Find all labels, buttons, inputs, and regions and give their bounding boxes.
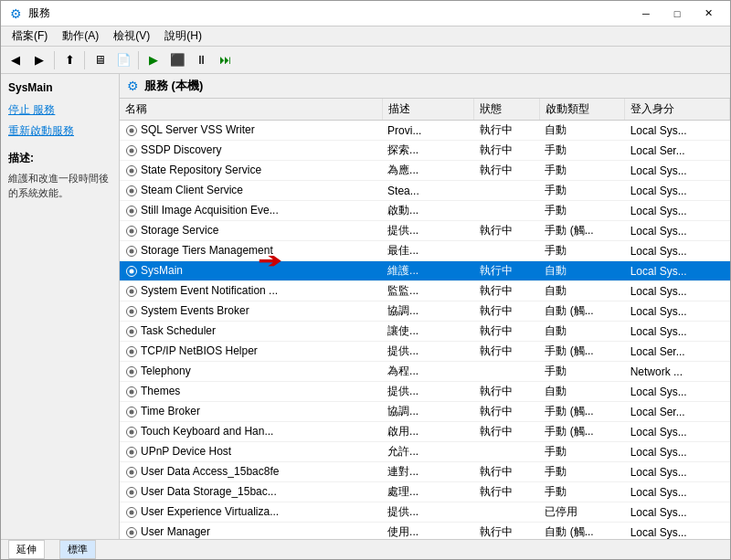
service-gear-icon	[125, 325, 138, 338]
standard-tab[interactable]: 標準	[59, 540, 96, 559]
menu-file[interactable]: 檔案(F)	[5, 26, 55, 46]
service-desc: Provi...	[382, 121, 473, 141]
table-row[interactable]: State Repository Service 為應... 執行中 手動 Lo…	[120, 161, 730, 181]
start-button[interactable]: ▶	[143, 49, 164, 71]
table-row[interactable]: Themes 提供... 執行中 自動 Local Sys...	[120, 382, 730, 402]
service-login: Local Ser...	[625, 402, 730, 422]
table-row[interactable]: System Events Broker 協調... 執行中 自動 (觸... …	[120, 301, 730, 322]
extended-tab[interactable]: 延伸	[8, 540, 45, 559]
maximize-button[interactable]: □	[662, 4, 692, 24]
table-row[interactable]: Still Image Acquisition Eve... 啟動... 手動 …	[120, 201, 730, 221]
forward-button[interactable]: ▶	[28, 49, 50, 71]
svg-point-5	[130, 168, 134, 173]
export-button[interactable]: 📄	[112, 49, 134, 71]
service-startup: 已停用	[539, 502, 624, 523]
svg-point-19	[130, 309, 134, 313]
table-row[interactable]: Task Scheduler 讓使... 執行中 自動 Local Sys...	[120, 322, 730, 342]
col-status-header[interactable]: 狀態	[474, 99, 540, 121]
service-name: SQL Server VSS Writer	[120, 121, 382, 141]
svg-point-27	[130, 389, 134, 394]
table-row[interactable]: SSDP Discovery 探索... 執行中 手動 Local Ser...	[120, 141, 730, 161]
table-row[interactable]: Storage Service 提供... 執行中 手動 (觸... Local…	[120, 221, 730, 241]
svg-point-3	[130, 148, 134, 153]
service-login: Local Sys...	[625, 382, 730, 402]
table-row[interactable]: Steam Client Service Stea... 手動 Local Sy…	[120, 181, 730, 201]
table-row[interactable]: System Event Notification ... 監監... 執行中 …	[120, 281, 730, 301]
service-name: TCP/IP NetBIOS Helper	[120, 342, 382, 362]
menu-action[interactable]: 動作(A)	[55, 26, 106, 46]
service-status: 執行中	[474, 161, 540, 181]
table-row[interactable]: User Data Access_15bac8fe 連對... 執行中 手動 L…	[120, 462, 730, 482]
col-login-header[interactable]: 登入身分	[625, 99, 730, 121]
resume-button[interactable]: ⏭	[214, 49, 236, 71]
svg-point-11	[130, 228, 134, 233]
minimize-button[interactable]: ─	[631, 4, 661, 24]
svg-point-15	[130, 269, 134, 273]
svg-point-31	[130, 429, 134, 434]
service-gear-icon	[125, 466, 138, 479]
service-login: Local Ser...	[625, 141, 730, 161]
svg-point-29	[130, 409, 134, 414]
status-bar: 延伸 標準	[1, 539, 730, 559]
content-area: SysMain 停止 服務 重新啟動服務 描述: 維護和改進一段時間後的系統效能…	[1, 74, 730, 539]
service-name: Touch Keyboard and Han...	[120, 422, 382, 442]
back-button[interactable]: ◀	[5, 49, 26, 71]
service-gear-icon	[125, 506, 138, 519]
service-desc: Stea...	[382, 181, 473, 201]
service-status	[474, 502, 540, 523]
service-login: Local Ser...	[625, 342, 730, 362]
table-row[interactable]: Telephony 為程... 手動 Network ...	[120, 362, 730, 382]
service-status	[474, 442, 540, 462]
service-startup: 手動 (觸...	[539, 221, 624, 241]
show-hide-button[interactable]: 🖥	[89, 49, 111, 71]
service-login: Local Sys...	[625, 523, 730, 540]
service-desc: 處理...	[382, 482, 473, 502]
panel-header-title: 服務 (本機)	[144, 78, 203, 94]
restart-service-link[interactable]: 重新啟動服務	[8, 122, 111, 140]
service-desc: 使用...	[382, 523, 473, 540]
table-row[interactable]: UPnP Device Host 允許... 手動 Local Sys...	[120, 442, 730, 462]
service-icon	[125, 205, 138, 217]
service-startup: 自動	[539, 261, 624, 281]
svg-point-9	[130, 208, 134, 213]
table-row[interactable]: SysMain 維護... 執行中 自動 Local Sys...	[120, 261, 730, 281]
service-status	[474, 181, 540, 201]
menu-help[interactable]: 說明(H)	[157, 26, 209, 46]
sidebar-title: SysMain	[8, 81, 111, 94]
table-row[interactable]: Storage Tiers Management 最佳... 手動 Local …	[120, 241, 730, 261]
service-gear-icon	[125, 406, 138, 418]
col-desc-header[interactable]: 描述	[382, 99, 473, 121]
close-button[interactable]: ✕	[694, 4, 723, 24]
table-row[interactable]: User Data Storage_15bac... 處理... 執行中 手動 …	[120, 482, 730, 502]
service-icon	[125, 345, 138, 358]
col-startup-header[interactable]: 啟動類型	[539, 99, 624, 121]
main-window: ⚙ 服務 ─ □ ✕ 檔案(F) 動作(A) 檢視(V) 說明(H) ◀ ▶ ⬆…	[0, 0, 731, 560]
stop-service-link[interactable]: 停止 服務	[8, 101, 111, 119]
panel-header: ⚙ 服務 (本機)	[120, 74, 730, 99]
table-row[interactable]: TCP/IP NetBIOS Helper 提供... 執行中 手動 (觸...…	[120, 342, 730, 362]
table-row[interactable]: Touch Keyboard and Han... 啟用... 執行中 手動 (…	[120, 422, 730, 442]
pause-button[interactable]: ⏸	[190, 49, 212, 71]
col-name-header[interactable]: 名稱	[120, 99, 382, 121]
title-bar: ⚙ 服務 ─ □ ✕	[1, 1, 730, 26]
service-name: Steam Client Service	[120, 181, 382, 201]
stop-button[interactable]: ⬛	[166, 49, 188, 71]
service-login: Local Sys...	[625, 442, 730, 462]
services-table-container[interactable]: 名稱 描述 狀態 啟動類型 登入身分 SQL Server VSS Writer…	[120, 99, 730, 539]
service-desc: 為程...	[382, 362, 473, 382]
menu-view[interactable]: 檢視(V)	[106, 26, 157, 46]
service-status	[474, 362, 540, 382]
table-row[interactable]: SQL Server VSS Writer Provi... 執行中 自動 Lo…	[120, 121, 730, 141]
table-row[interactable]: User Manager 使用... 執行中 自動 (觸... Local Sy…	[120, 523, 730, 540]
service-gear-icon	[125, 185, 138, 197]
services-icon: ⚙	[8, 6, 23, 21]
up-button[interactable]: ⬆	[58, 49, 80, 71]
service-gear-icon	[125, 265, 138, 278]
service-gear-icon	[125, 426, 138, 438]
service-icon	[125, 446, 138, 459]
service-login: Local Sys...	[625, 301, 730, 322]
table-row[interactable]: User Experience Virtualiza... 提供... 已停用 …	[120, 502, 730, 523]
table-row[interactable]: Time Broker 協調... 執行中 手動 (觸... Local Ser…	[120, 402, 730, 422]
main-panel: ⚙ 服務 (本機) ➔ 名稱 描述 狀態 啟動類型 登入身分	[120, 74, 730, 539]
service-login: Local Sys...	[625, 322, 730, 342]
